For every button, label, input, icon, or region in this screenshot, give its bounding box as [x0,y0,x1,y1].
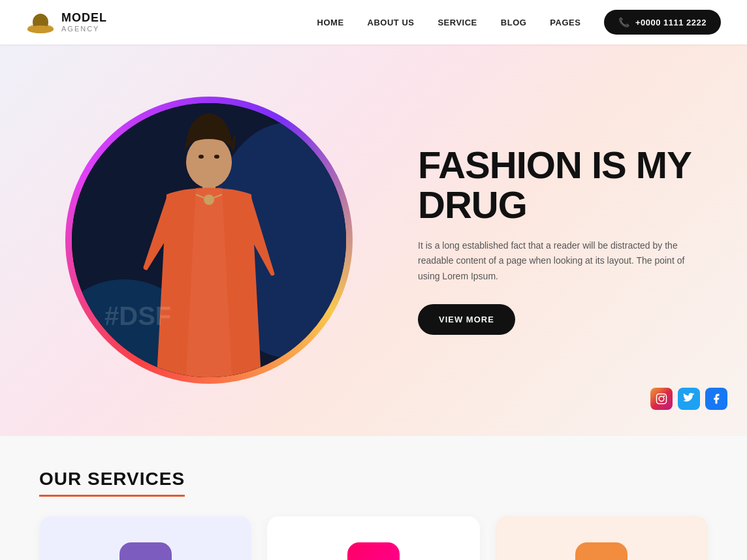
services-section: OUR SERVICES RAMP WALK Lorem ipsum dolor… [0,436,747,560]
hero-section: #DSF FASHION IS MY DRUG It is a long est… [0,44,747,436]
view-more-button[interactable]: VIEW MORE [418,304,515,335]
ramp-walk-icon [133,555,159,560]
services-title-wrap: OUR SERVICES [39,469,708,497]
hero-image-area: #DSF [39,70,379,410]
nav-about[interactable]: ABOUT US [368,18,415,27]
svg-point-2 [27,25,54,33]
main-nav: HOME ABOUT US SERVICE BLOG PAGES 📞 +0000… [317,10,721,35]
photo-taken-icon [588,555,614,560]
svg-text:#DSF: #DSF [104,302,171,330]
service-card-ramp-walk: RAMP WALK Lorem ipsum dolor sit amet, co… [39,516,251,560]
hero-content: FASHION IS MY DRUG It is a long establis… [379,119,747,361]
svg-point-11 [191,140,227,181]
svg-point-19 [659,396,664,401]
service-card-photo-taken: PHOTO TAKEN Lorem ipsum dolor sit amet, … [496,516,708,560]
services-grid: RAMP WALK Lorem ipsum dolor sit amet, co… [39,516,708,560]
logo-icon [26,8,55,37]
header: MODEL AGENCY HOME ABOUT US SERVICE BLOG … [0,0,747,44]
logo-name: MODEL [61,12,107,25]
svg-rect-18 [657,394,667,404]
phone-number: +0000 1111 2222 [635,18,707,27]
nav-home[interactable]: HOME [317,18,344,27]
nav-blog[interactable]: BLOG [501,18,527,27]
photo-shoot-icon-wrap [347,542,400,560]
services-title: OUR SERVICES [39,469,185,497]
facebook-button[interactable] [705,388,727,410]
phone-cta-button[interactable]: 📞 +0000 1111 2222 [604,10,721,35]
phone-icon: 📞 [618,17,630,27]
twitter-button[interactable] [678,388,700,410]
hero-circle-inner: #DSF [72,103,346,377]
logo[interactable]: MODEL AGENCY [26,8,107,37]
nav-service[interactable]: SERVICE [437,18,477,27]
social-icons-group [650,388,727,410]
twitter-icon [683,393,695,405]
photo-shoot-icon [360,555,387,560]
nav-pages[interactable]: PAGES [550,18,580,27]
hero-title: FASHION IS MY DRUG [418,146,708,225]
logo-sub: AGENCY [61,25,107,33]
facebook-icon [710,393,722,405]
svg-point-13 [214,155,219,159]
model-image: #DSF [72,103,346,377]
service-card-photo-shoot: PHOTO SHOOT Lorem ipsum dolor sit amet, … [267,516,479,560]
photo-taken-icon-wrap [575,542,628,560]
instagram-icon [656,393,667,405]
ramp-walk-icon-wrap [119,542,172,560]
instagram-button[interactable] [650,388,673,410]
hero-description: It is a long established fact that a rea… [418,238,705,285]
svg-point-12 [199,155,204,159]
svg-point-20 [663,396,665,397]
